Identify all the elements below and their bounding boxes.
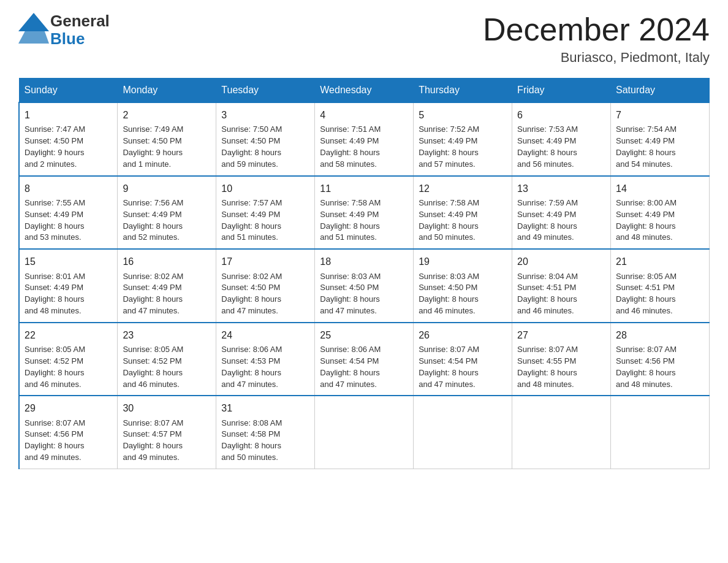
calendar-table: Sunday Monday Tuesday Wednesday Thursday…: [18, 78, 710, 469]
day-sunset: Sunset: 4:49 PM: [123, 283, 181, 292]
day-cell: 12 Sunrise: 7:58 AM Sunset: 4:49 PM Dayl…: [414, 176, 512, 250]
day-daylight-cont: and 50 minutes.: [419, 232, 476, 242]
day-daylight-cont: and 1 minute.: [123, 159, 171, 169]
logo-general-text: General: [50, 12, 110, 30]
day-daylight: Daylight: 9 hours: [123, 148, 183, 157]
day-daylight: Daylight: 8 hours: [123, 441, 183, 450]
day-number: 27: [517, 328, 605, 342]
day-number: 30: [123, 401, 211, 415]
day-daylight-cont: and 46 minutes.: [419, 306, 476, 315]
day-cell: 4 Sunrise: 7:51 AM Sunset: 4:49 PM Dayli…: [315, 102, 414, 176]
calendar-body: 1 Sunrise: 7:47 AM Sunset: 4:50 PM Dayli…: [19, 102, 710, 469]
day-number: 2: [123, 108, 211, 122]
day-daylight: Daylight: 8 hours: [419, 294, 479, 304]
day-daylight: Daylight: 8 hours: [123, 221, 183, 231]
day-cell: 8 Sunrise: 7:55 AM Sunset: 4:49 PM Dayli…: [19, 176, 118, 250]
day-daylight: Daylight: 8 hours: [320, 221, 380, 231]
day-cell: 3 Sunrise: 7:50 AM Sunset: 4:50 PM Dayli…: [216, 102, 315, 176]
day-daylight-cont: and 46 minutes.: [517, 306, 574, 315]
day-sunrise: Sunrise: 8:07 AM: [25, 418, 85, 427]
day-sunset: Sunset: 4:49 PM: [320, 136, 379, 145]
day-daylight-cont: and 53 minutes.: [25, 232, 82, 242]
day-number: 10: [221, 182, 309, 196]
day-cell: 2 Sunrise: 7:49 AM Sunset: 4:50 PM Dayli…: [118, 102, 216, 176]
day-cell: 16 Sunrise: 8:02 AM Sunset: 4:49 PM Dayl…: [118, 249, 216, 323]
day-daylight-cont: and 47 minutes.: [221, 306, 278, 315]
day-daylight-cont: and 46 minutes.: [25, 380, 82, 389]
day-cell: 9 Sunrise: 7:56 AM Sunset: 4:49 PM Dayli…: [118, 176, 216, 250]
header-sunday: Sunday: [19, 79, 118, 103]
day-daylight: Daylight: 8 hours: [221, 294, 281, 304]
day-sunrise: Sunrise: 8:02 AM: [221, 272, 282, 281]
day-daylight: Daylight: 8 hours: [419, 368, 479, 377]
weekday-header-row: Sunday Monday Tuesday Wednesday Thursday…: [19, 79, 710, 103]
day-sunset: Sunset: 4:54 PM: [320, 356, 379, 366]
week-row-3: 15 Sunrise: 8:01 AM Sunset: 4:49 PM Dayl…: [19, 249, 710, 323]
day-daylight-cont: and 47 minutes.: [123, 306, 180, 315]
day-sunset: Sunset: 4:50 PM: [221, 283, 280, 292]
logo-blue-text: Blue: [50, 30, 110, 48]
day-number: 28: [616, 328, 704, 342]
day-sunset: Sunset: 4:49 PM: [616, 210, 675, 219]
day-daylight-cont: and 51 minutes.: [320, 232, 377, 242]
day-daylight-cont: and 48 minutes.: [616, 380, 673, 389]
day-daylight-cont: and 54 minutes.: [616, 159, 673, 169]
day-cell: 7 Sunrise: 7:54 AM Sunset: 4:49 PM Dayli…: [611, 102, 710, 176]
day-number: 6: [517, 108, 605, 122]
day-sunset: Sunset: 4:58 PM: [221, 429, 280, 439]
day-cell: 24 Sunrise: 8:06 AM Sunset: 4:53 PM Dayl…: [216, 323, 315, 396]
day-daylight-cont: and 52 minutes.: [123, 232, 180, 242]
day-sunset: Sunset: 4:52 PM: [123, 356, 181, 366]
day-daylight: Daylight: 8 hours: [419, 148, 479, 157]
day-cell: 1 Sunrise: 7:47 AM Sunset: 4:50 PM Dayli…: [19, 102, 118, 176]
day-daylight: Daylight: 8 hours: [616, 221, 676, 231]
day-sunrise: Sunrise: 8:05 AM: [616, 272, 677, 281]
day-sunset: Sunset: 4:49 PM: [25, 283, 83, 292]
header-saturday: Saturday: [611, 79, 710, 103]
day-number: 14: [616, 182, 704, 196]
day-sunrise: Sunrise: 7:51 AM: [320, 124, 381, 134]
day-cell: 28 Sunrise: 8:07 AM Sunset: 4:56 PM Dayl…: [611, 323, 710, 396]
title-block: December 2024 Buriasco, Piedmont, Italy: [483, 12, 710, 66]
day-daylight: Daylight: 8 hours: [221, 441, 281, 450]
day-sunset: Sunset: 4:56 PM: [25, 429, 83, 439]
day-daylight: Daylight: 8 hours: [419, 221, 479, 231]
day-number: 26: [419, 328, 507, 342]
day-sunrise: Sunrise: 7:58 AM: [419, 198, 479, 207]
week-row-4: 22 Sunrise: 8:05 AM Sunset: 4:52 PM Dayl…: [19, 323, 710, 396]
day-cell: 23 Sunrise: 8:05 AM Sunset: 4:52 PM Dayl…: [118, 323, 216, 396]
header-friday: Friday: [512, 79, 611, 103]
day-sunset: Sunset: 4:56 PM: [616, 356, 675, 366]
day-sunrise: Sunrise: 7:59 AM: [517, 198, 578, 207]
day-sunrise: Sunrise: 7:58 AM: [320, 198, 381, 207]
day-sunrise: Sunrise: 7:53 AM: [517, 124, 578, 134]
day-sunset: Sunset: 4:49 PM: [25, 210, 83, 219]
day-sunrise: Sunrise: 8:07 AM: [517, 345, 578, 354]
day-cell: 30 Sunrise: 8:07 AM Sunset: 4:57 PM Dayl…: [118, 396, 216, 469]
day-sunset: Sunset: 4:49 PM: [419, 136, 477, 145]
day-daylight: Daylight: 8 hours: [517, 148, 577, 157]
day-sunrise: Sunrise: 8:03 AM: [419, 272, 479, 281]
day-cell: 27 Sunrise: 8:07 AM Sunset: 4:55 PM Dayl…: [512, 323, 611, 396]
day-number: 3: [221, 108, 309, 122]
day-daylight-cont: and 48 minutes.: [25, 306, 82, 315]
day-daylight-cont: and 50 minutes.: [221, 453, 278, 462]
day-sunrise: Sunrise: 7:50 AM: [221, 124, 282, 134]
day-sunrise: Sunrise: 8:00 AM: [616, 198, 677, 207]
header-wednesday: Wednesday: [315, 79, 414, 103]
day-sunrise: Sunrise: 7:52 AM: [419, 124, 479, 134]
day-number: 16: [123, 255, 211, 269]
day-daylight-cont: and 46 minutes.: [123, 380, 180, 389]
day-daylight-cont: and 57 minutes.: [419, 159, 476, 169]
day-number: 12: [419, 182, 507, 196]
day-sunset: Sunset: 4:49 PM: [517, 210, 576, 219]
day-number: 20: [517, 255, 605, 269]
day-cell: 19 Sunrise: 8:03 AM Sunset: 4:50 PM Dayl…: [414, 249, 512, 323]
day-number: 19: [419, 255, 507, 269]
day-daylight: Daylight: 8 hours: [320, 294, 380, 304]
day-daylight-cont: and 49 minutes.: [517, 232, 574, 242]
day-daylight-cont: and 56 minutes.: [517, 159, 574, 169]
day-daylight: Daylight: 8 hours: [320, 368, 380, 377]
day-sunrise: Sunrise: 7:56 AM: [123, 198, 183, 207]
day-sunrise: Sunrise: 8:04 AM: [517, 272, 578, 281]
